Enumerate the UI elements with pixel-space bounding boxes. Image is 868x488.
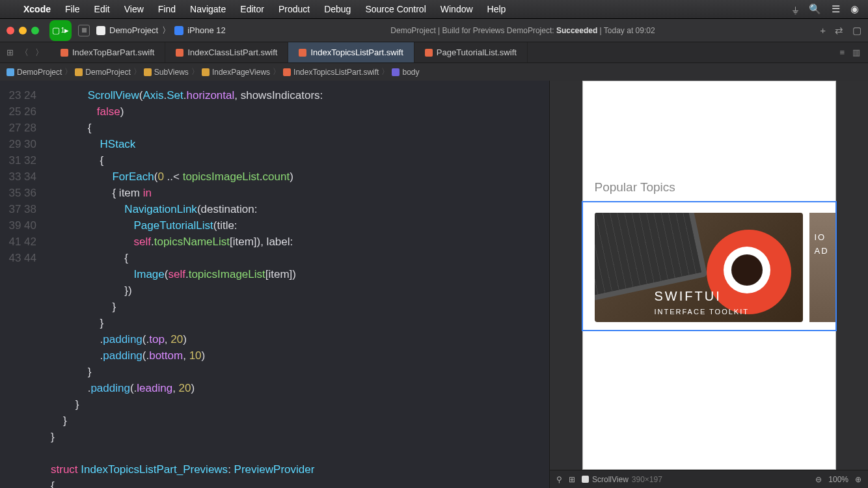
- tab-label: IndexTopicsListPart.swift: [310, 47, 403, 57]
- user-icon[interactable]: ◉: [850, 3, 859, 15]
- tab-indextopbar[interactable]: IndexTopBarPart.swift: [50, 42, 165, 62]
- tab-indextopicslist[interactable]: IndexTopicsListPart.swift: [288, 42, 414, 62]
- wifi-icon[interactable]: ⏚: [793, 4, 798, 15]
- folder-icon: [75, 68, 83, 76]
- window-controls: [7, 27, 39, 34]
- topics-scrollview[interactable]: SWIFTUI INTERFACE TOOLKIT IO AD: [582, 201, 837, 331]
- menu-view[interactable]: View: [124, 4, 144, 14]
- menu-navigate[interactable]: Navigate: [190, 4, 226, 14]
- property-icon: [392, 68, 400, 76]
- card-subtitle: INTERFACE TOOLKIT: [655, 308, 749, 316]
- app-name[interactable]: Xcode: [23, 4, 51, 14]
- folder-icon: [202, 68, 210, 76]
- preview-canvas[interactable]: Popular Topics SWIFTUI INTERFACE TOOLKIT…: [550, 81, 868, 470]
- menu-file[interactable]: File: [65, 4, 80, 14]
- menu-window[interactable]: Window: [441, 4, 473, 14]
- run-button[interactable]: ▢ 1▸: [49, 20, 72, 41]
- adjust-icon[interactable]: ⊞: [569, 475, 575, 484]
- line-gutter: 23 24 25 26 27 28 29 30 31 32 33 34 35 3…: [0, 81, 46, 488]
- code-content[interactable]: ScrollView(Axis.Set.horizontal, showsInd…: [46, 81, 549, 488]
- related-items-icon[interactable]: ⊞: [7, 47, 14, 57]
- swift-file-icon: [299, 49, 306, 57]
- add-icon[interactable]: +: [820, 25, 826, 36]
- menu-product[interactable]: Product: [278, 4, 310, 14]
- stop-button[interactable]: [78, 25, 90, 36]
- preview-footer: ⚲ ⊞ ScrollView 390×197 ⊖ 100% ⊕: [550, 470, 868, 488]
- chevron-right-icon: 〉: [162, 25, 170, 36]
- menu-help[interactable]: Help: [487, 4, 506, 14]
- adjust-editor-icon[interactable]: ▥: [852, 47, 860, 57]
- selected-element: ScrollView: [592, 475, 629, 484]
- crumb[interactable]: DemoProject: [17, 68, 62, 77]
- swift-file-icon: [61, 49, 68, 57]
- zoom-level[interactable]: 100%: [828, 475, 848, 484]
- close-window-button[interactable]: [7, 27, 14, 34]
- topic-card-peek[interactable]: IO AD: [809, 213, 835, 322]
- library-icon[interactable]: ▢: [852, 25, 861, 36]
- device-name: iPhone 12: [187, 25, 226, 35]
- code-editor[interactable]: 23 24 25 26 27 28 29 30 31 32 33 34 35 3…: [0, 81, 549, 488]
- swift-file-icon: [283, 68, 291, 76]
- scheme-selector[interactable]: DemoProject 〉 iPhone 12: [96, 25, 226, 36]
- pin-icon[interactable]: ⚲: [556, 475, 562, 484]
- section-title: Popular Topics: [583, 172, 835, 201]
- preview-device: Popular Topics SWIFTUI INTERFACE TOOLKIT…: [582, 81, 836, 470]
- tab-bar: ⊞ 〈 〉 IndexTopBarPart.swift IndexClassLi…: [0, 42, 868, 62]
- menu-source-control[interactable]: Source Control: [365, 4, 426, 14]
- tab-label: IndexClassListPart.swift: [187, 47, 277, 57]
- crumb[interactable]: SubViews: [154, 68, 189, 77]
- back-button[interactable]: 〈: [20, 47, 29, 59]
- activity-status: DemoProject | Build for Previews DemoPro…: [232, 26, 814, 35]
- view-icon: [582, 476, 589, 483]
- jump-bar[interactable]: DemoProject〉 DemoProject〉 SubViews〉 Inde…: [0, 62, 868, 81]
- macos-menubar: Xcode File Edit View Find Navigate Edito…: [0, 0, 868, 18]
- card-title: SWIFTUI: [655, 289, 722, 304]
- swift-file-icon: [425, 49, 433, 57]
- tab-indexclasslist[interactable]: IndexClassListPart.swift: [165, 42, 288, 62]
- project-icon: [7, 68, 14, 76]
- menu-edit[interactable]: Edit: [94, 4, 110, 14]
- control-center-icon[interactable]: ☰: [832, 3, 840, 15]
- preview-panel: Popular Topics SWIFTUI INTERFACE TOOLKIT…: [549, 81, 868, 488]
- window-toolbar: ▢ 1▸ DemoProject 〉 iPhone 12 DemoProject…: [0, 18, 868, 42]
- tab-pagetutoriallist[interactable]: PageTutorialList.swift: [414, 42, 528, 62]
- zoom-in-icon[interactable]: ⊕: [855, 475, 861, 484]
- forward-button[interactable]: 〉: [35, 47, 44, 59]
- device-icon: [174, 26, 183, 35]
- minimize-window-button[interactable]: [19, 27, 27, 34]
- menu-find[interactable]: Find: [158, 4, 176, 14]
- folder-icon: [144, 68, 152, 76]
- topic-card-swiftui[interactable]: SWIFTUI INTERFACE TOOLKIT: [595, 213, 803, 322]
- crumb[interactable]: IndexPageViews: [212, 68, 270, 77]
- spotlight-icon[interactable]: 🔍: [809, 3, 821, 15]
- app-icon: [96, 26, 105, 35]
- scheme-name: DemoProject: [109, 25, 158, 35]
- maximize-window-button[interactable]: [31, 27, 39, 34]
- menu-editor[interactable]: Editor: [240, 4, 264, 14]
- tab-label: IndexTopBarPart.swift: [72, 47, 154, 57]
- zoom-out-icon[interactable]: ⊖: [815, 475, 822, 484]
- swift-file-icon: [176, 49, 183, 57]
- selected-size: 390×197: [632, 475, 662, 484]
- crumb[interactable]: DemoProject: [85, 68, 130, 77]
- tab-label: PageTutorialList.swift: [437, 47, 517, 57]
- code-review-icon[interactable]: ⇄: [835, 25, 843, 36]
- document-items-icon[interactable]: ≡: [839, 47, 845, 57]
- selection-info[interactable]: ScrollView 390×197: [582, 475, 662, 484]
- menu-debug[interactable]: Debug: [324, 4, 351, 14]
- crumb[interactable]: IndexTopicsListPart.swift: [293, 68, 379, 77]
- crumb[interactable]: body: [402, 68, 419, 77]
